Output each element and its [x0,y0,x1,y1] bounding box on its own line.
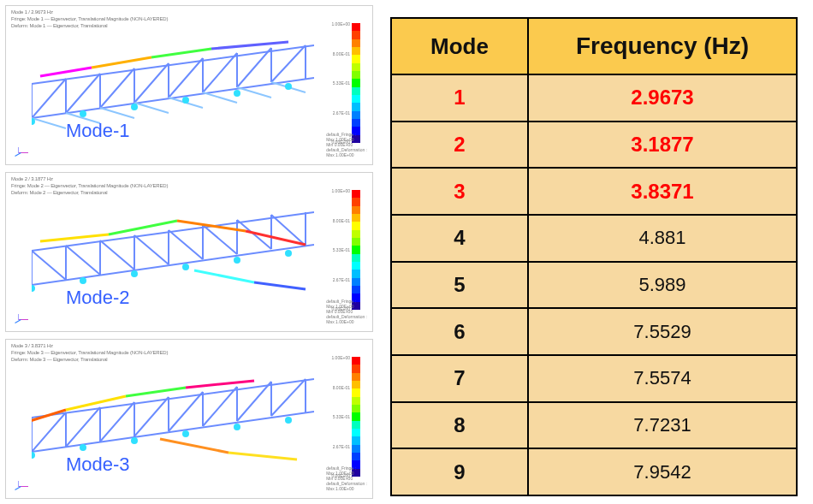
cell-mode: 5 [391,262,528,309]
table-row: 1 2.9673 [391,74,797,122]
cell-mode: 4 [391,215,528,262]
panel-meta-text: Mode 2 / 3.1877 Hz Fringe: Mode 2 — Eige… [11,176,168,196]
svg-point-4 [234,90,240,97]
mode-panel-2: Mode 2 / 3.1877 Hz Fringe: Mode 2 — Eige… [5,172,373,332]
table-row: 4 4.881 [391,215,797,262]
cell-mode: 2 [391,122,528,169]
cell-mode: 7 [391,355,528,402]
axis-triad-icon [11,144,33,161]
legend-caption: default_Fringe : Max 1.00E+00 Min 0.00E+… [326,132,367,157]
fringe-legend-labels: 1.00E+00 8.00E-01 5.33E-01 2.67E-01 0.00… [331,188,350,311]
panel-meta-text: Mode 3 / 3.8371 Hz Fringe: Mode 3 — Eige… [11,343,168,363]
legend-caption: default_Fringe : Max 1.00E+00 Min 0.00E+… [326,299,367,324]
legend-value: 1.00E+00 [331,21,350,27]
svg-point-15 [182,430,189,437]
mode-label: Mode-3 [66,454,130,476]
cell-frequency: 7.7231 [528,402,797,449]
table-row: 2 3.1877 [391,122,797,169]
panel-meta-text: Mode 1 / 2.9673 Hz Fringe: Mode 1 — Eige… [11,9,168,29]
table-row: 6 7.5529 [391,308,797,355]
svg-point-9 [182,264,189,270]
svg-point-2 [131,104,138,110]
svg-point-12 [32,452,35,459]
legend-value: 2.67E-01 [331,110,350,116]
header-mode: Mode [391,18,528,74]
table-body: 1 2.9673 2 3.1877 3 3.8371 4 4.881 5 5 [391,74,797,495]
legend-value: 8.00E-01 [331,51,350,56]
cell-mode: 8 [391,402,528,449]
page-root: Mode 1 / 2.9673 Hz Fringe: Mode 1 — Eige… [0,0,813,504]
svg-point-17 [285,417,292,424]
fringe-legend-icon [352,190,360,310]
frequency-table-container: Mode Frequency (Hz) 1 2.9673 2 3.1877 3 … [373,5,804,499]
legend-value: 2.67E-01 [331,277,350,282]
fringe-legend-labels: 1.00E+00 8.00E-01 5.33E-01 2.67E-01 0.00… [331,21,350,145]
table-header-row: Mode Frequency (Hz) [391,18,797,74]
svg-point-14 [131,437,138,444]
mode-panel-3: Mode 3 / 3.8371 Hz Fringe: Mode 3 — Eige… [5,339,373,499]
panel-footer [11,144,33,161]
legend-value: 2.67E-01 [331,444,350,449]
panel-footer [11,477,33,495]
cell-frequency: 3.1877 [528,122,797,169]
svg-point-16 [234,424,240,430]
cell-frequency: 3.8371 [528,168,797,215]
axis-triad-icon [11,477,33,495]
table-row: 8 7.7231 [391,402,797,449]
svg-point-7 [80,277,86,284]
mode-label: Mode-2 [66,287,130,309]
mode-panels-column: Mode 1 / 2.9673 Hz Fringe: Mode 1 — Eige… [5,5,373,499]
cell-mode: 1 [391,74,528,122]
panel-footer [11,311,33,328]
header-frequency: Frequency (Hz) [528,18,797,74]
svg-point-3 [182,97,189,104]
svg-point-5 [285,83,292,90]
fringe-legend-labels: 1.00E+00 8.00E-01 5.33E-01 2.67E-01 0.00… [331,355,350,478]
cell-mode: 3 [391,168,528,215]
svg-point-11 [285,250,292,257]
cell-mode: 9 [391,448,528,495]
axis-triad-icon [11,311,33,328]
mode-label: Mode-1 [66,120,130,142]
cell-frequency: 5.989 [528,262,797,309]
svg-point-8 [131,270,138,277]
legend-value: 5.33E-01 [331,247,350,252]
fringe-legend-icon [352,23,360,143]
table-row: 9 7.9542 [391,448,797,495]
legend-caption: default_Fringe : Max 1.00E+00 Min 0.00E+… [326,465,367,491]
svg-point-10 [234,257,240,264]
legend-value: 1.00E+00 [331,188,350,193]
frequency-table: Mode Frequency (Hz) 1 2.9673 2 3.1877 3 … [390,17,798,496]
cell-frequency: 7.5529 [528,308,797,355]
legend-value: 1.00E+00 [331,355,350,360]
table-row: 5 5.989 [391,262,797,309]
svg-point-13 [80,444,86,451]
cell-frequency: 7.5574 [528,355,797,402]
cell-mode: 6 [391,308,528,355]
legend-value: 5.33E-01 [331,414,350,419]
cell-frequency: 2.9673 [528,74,797,122]
table-row: 7 7.5574 [391,355,797,402]
legend-value: 5.33E-01 [331,80,350,86]
svg-point-1 [80,110,86,117]
fringe-legend-icon [352,357,360,477]
mode-panel-1: Mode 1 / 2.9673 Hz Fringe: Mode 1 — Eige… [5,5,373,165]
legend-value: 8.00E-01 [331,385,350,390]
cell-frequency: 7.9542 [528,448,797,495]
legend-value: 8.00E-01 [331,218,350,223]
cell-frequency: 4.881 [528,215,797,262]
svg-point-6 [32,285,35,292]
table-row: 3 3.8371 [391,168,797,215]
